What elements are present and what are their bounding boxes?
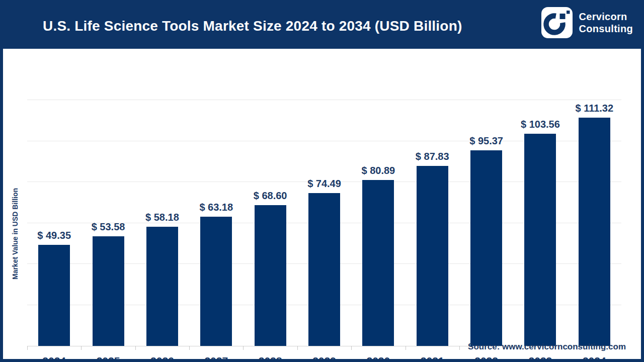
bar-2032	[470, 150, 502, 346]
x-axis-tick	[189, 346, 190, 350]
x-axis-label-2024: 2024	[27, 355, 81, 362]
x-axis-label-2026: 2026	[135, 355, 189, 362]
bar-2025	[93, 236, 124, 346]
x-axis-tick	[135, 346, 136, 350]
bar-value-label-2032: $ 95.37	[459, 135, 513, 147]
x-axis-label-2028: 2028	[243, 355, 297, 362]
bar-group-2027: $ 63.182027	[189, 100, 243, 346]
bar-2033	[524, 134, 556, 346]
bar-group-2028: $ 68.602028	[243, 100, 297, 346]
bar-value-label-2027: $ 63.18	[189, 202, 243, 213]
bar-value-label-2034: $ 111.32	[568, 103, 621, 114]
bar-group-2031: $ 87.832031	[406, 100, 459, 346]
bar-value-label-2033: $ 103.56	[513, 119, 567, 130]
cervicorn-logo-icon	[541, 7, 573, 38]
x-axis-label-2031: 2031	[406, 355, 459, 362]
bar-value-label-2031: $ 87.83	[406, 151, 459, 162]
bar-group-2025: $ 53.582025	[81, 100, 135, 346]
bar-value-label-2025: $ 53.58	[81, 221, 135, 233]
x-axis-tick	[243, 346, 244, 350]
bar-2026	[146, 227, 178, 346]
brand-name-line2: Consulting	[579, 23, 633, 35]
x-axis-label-2032: 2032	[459, 355, 513, 362]
infographic-page: U.S. Life Science Tools Market Size 2024…	[0, 0, 644, 362]
bar-2027	[200, 217, 232, 346]
brand-name-line1: Cervicorn	[579, 11, 633, 23]
x-axis-tick	[297, 346, 298, 350]
x-axis-tick	[81, 346, 82, 350]
brand-name: Cervicorn Consulting	[579, 11, 633, 35]
bar-group-2026: $ 58.182026	[135, 100, 189, 346]
x-axis-tick	[406, 346, 406, 350]
x-axis-tick	[351, 346, 352, 350]
x-axis-tick	[459, 346, 460, 350]
bar-value-label-2029: $ 74.49	[297, 178, 351, 190]
x-axis-label-2029: 2029	[297, 355, 351, 362]
bar-2031	[417, 166, 448, 346]
x-axis-label-2025: 2025	[81, 355, 135, 362]
bar-2024	[38, 245, 70, 346]
source-note: Source: www.cervicornconsulting.com	[468, 342, 626, 352]
bar-value-label-2030: $ 80.89	[351, 165, 405, 176]
bar-group-2030: $ 80.892030	[351, 100, 405, 346]
bar-group-2034: $ 111.322034	[568, 100, 621, 346]
brand-logo: Cervicorn Consulting	[541, 7, 633, 38]
bar-group-2032: $ 95.372032	[459, 100, 513, 346]
bar-2030	[362, 180, 394, 346]
bar-group-2033: $ 103.562033	[513, 100, 567, 346]
x-axis-label-2033: 2033	[513, 355, 567, 362]
bar-2029	[308, 193, 340, 346]
plot-area: $ 49.352024$ 53.582025$ 58.182026$ 63.18…	[27, 100, 621, 346]
bar-value-label-2026: $ 58.18	[135, 212, 189, 223]
bar-2034	[579, 118, 610, 346]
bar-value-label-2028: $ 68.60	[243, 190, 297, 202]
chart-title: U.S. Life Science Tools Market Size 2024…	[43, 3, 462, 49]
x-axis-label-2030: 2030	[351, 355, 405, 362]
bar-group-2029: $ 74.492029	[297, 100, 351, 346]
x-axis-tick	[27, 346, 28, 350]
bar-value-label-2024: $ 49.35	[27, 230, 81, 241]
bar-2028	[255, 205, 286, 346]
chart-area: Market Value in USD Billion $ 49.352024$…	[3, 49, 641, 359]
x-axis-label-2034: 2034	[568, 355, 621, 362]
x-axis-label-2027: 2027	[189, 355, 243, 362]
bar-group-2024: $ 49.352024	[27, 100, 81, 346]
